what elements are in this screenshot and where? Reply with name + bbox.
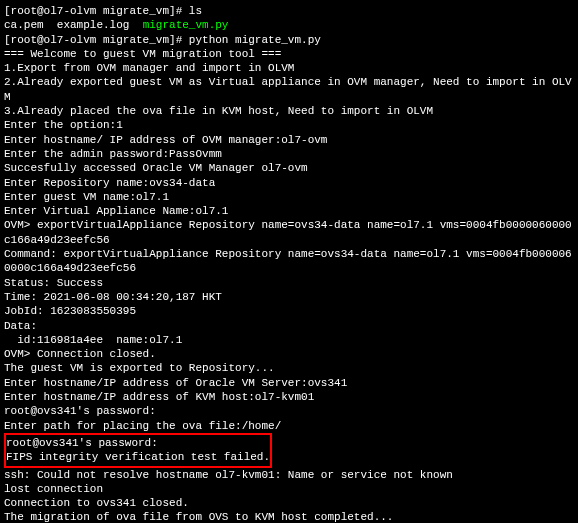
terminal-line: [root@ol7-olvm migrate_vm]# python migra… [4, 33, 574, 47]
terminal-line: Enter path for placing the ova file:/hom… [4, 419, 574, 433]
terminal-line: === Welcome to guest VM migration tool =… [4, 47, 574, 61]
terminal-line: The guest VM is exported to Repository..… [4, 361, 574, 375]
terminal-line: root@ovs341's password: [4, 404, 574, 418]
shell-prompt: [root@ol7-olvm migrate_vm]# [4, 34, 189, 46]
terminal-output[interactable]: [root@ol7-olvm migrate_vm]# ls ca.pem ex… [4, 4, 574, 523]
terminal-line: Enter Repository name:ovs34-data [4, 176, 574, 190]
terminal-line: Command: exportVirtualAppliance Reposito… [4, 247, 574, 276]
shell-prompt: [root@ol7-olvm migrate_vm]# [4, 5, 189, 17]
terminal-line: FIPS integrity verification test failed. [6, 451, 270, 463]
ls-output: ca.pem example.log [4, 19, 143, 31]
terminal-line: The migration of ova file from OVS to KV… [4, 510, 574, 523]
terminal-line: [root@ol7-olvm migrate_vm]# ls [4, 4, 574, 18]
terminal-line: Connection to ovs341 closed. [4, 496, 574, 510]
terminal-line: root@ovs341's password: [6, 437, 158, 449]
terminal-line: 2.Already exported guest VM as Virtual a… [4, 75, 574, 104]
terminal-line: Enter guest VM name:ol7.1 [4, 190, 574, 204]
terminal-line: OVM> exportVirtualAppliance Repository n… [4, 218, 574, 247]
terminal-line: Succesfully accessed Oracle VM Manager o… [4, 161, 574, 175]
terminal-line: ca.pem example.log migrate_vm.py [4, 18, 574, 32]
terminal-line: lost connection [4, 482, 574, 496]
command-text: python migrate_vm.py [189, 34, 321, 46]
terminal-line: Time: 2021-06-08 00:34:20,187 HKT [4, 290, 574, 304]
terminal-line: JobId: 1623083550395 [4, 304, 574, 318]
terminal-line: Data: [4, 319, 574, 333]
terminal-line: Enter hostname/ IP address of OVM manage… [4, 133, 574, 147]
terminal-line: ssh: Could not resolve hostname ol7-kvm0… [4, 468, 574, 482]
terminal-line: Enter hostname/IP address of KVM host:ol… [4, 390, 574, 404]
terminal-line: 3.Already placed the ova file in KVM hos… [4, 104, 574, 118]
terminal-line: 1.Export from OVM manager and import in … [4, 61, 574, 75]
terminal-line: Enter Virtual Appliance Name:ol7.1 [4, 204, 574, 218]
terminal-line: Enter the admin password:PassOvmm [4, 147, 574, 161]
command-text: ls [189, 5, 202, 17]
terminal-line: id:116981a4ee name:ol7.1 [4, 333, 574, 347]
terminal-line: Enter the option:1 [4, 118, 574, 132]
executable-file: migrate_vm.py [143, 19, 229, 31]
terminal-line: Enter hostname/IP address of Oracle VM S… [4, 376, 574, 390]
terminal-line: OVM> Connection closed. [4, 347, 574, 361]
error-highlight-box: root@ovs341's password:FIPS integrity ve… [4, 433, 574, 468]
terminal-line: Status: Success [4, 276, 574, 290]
